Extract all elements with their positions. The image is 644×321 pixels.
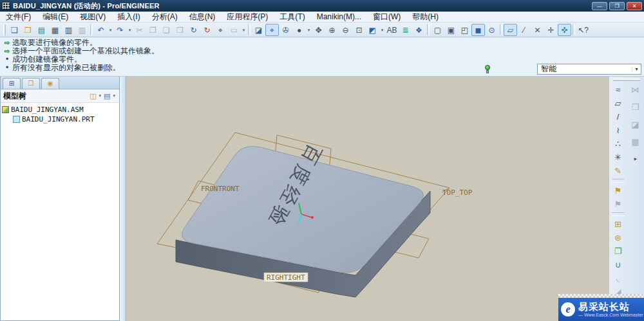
hidden-line-icon[interactable]: ▣	[444, 24, 458, 36]
refit-icon[interactable]: ⊡	[352, 24, 366, 36]
menu-item[interactable]: 插入(I)	[111, 11, 146, 23]
shading-icon[interactable]: ✇	[279, 24, 292, 36]
menu-item[interactable]: 分析(A)	[146, 11, 184, 23]
tab-folder-browser[interactable]: ❒	[22, 78, 40, 89]
round-icon[interactable]: ◟	[611, 271, 625, 285]
menu-item[interactable]: 工具(T)	[274, 11, 310, 23]
shaded-display-icon[interactable]: ◼	[471, 24, 485, 36]
traffic-light-icon[interactable]	[484, 65, 491, 75]
tab-model-tree[interactable]: ⊞	[3, 78, 21, 89]
view-manager-icon[interactable]: ❖	[412, 24, 426, 36]
regenerate-icon[interactable]: ↻	[187, 24, 200, 36]
copy-geometry-icon[interactable]: ❒	[629, 100, 643, 114]
separator[interactable]	[612, 179, 625, 183]
spin-center-display-icon[interactable]: ✜	[558, 24, 571, 36]
menu-item[interactable]: 窗口(W)	[367, 11, 406, 23]
sketch-icon[interactable]: ✎	[611, 164, 625, 178]
reorient-caret-icon[interactable]: ▾	[379, 24, 385, 36]
paste-icon[interactable]: ❑	[160, 24, 173, 36]
separator[interactable]	[427, 24, 430, 35]
separator[interactable]	[612, 212, 625, 216]
tree-show-dropdown[interactable]: ◫	[89, 92, 97, 100]
cut-icon[interactable]: ✂	[133, 24, 146, 36]
minimize-button[interactable]: —	[592, 2, 607, 10]
graphics-viewport[interactable]: 百度经验 FRONTRONT TOP_TOP RIGHTIGHT	[126, 77, 609, 321]
menu-item[interactable]: 应用程序(P)	[221, 11, 274, 23]
menu-item[interactable]: 视图(V)	[74, 11, 111, 23]
toolbar-grip[interactable]	[3, 24, 6, 35]
undo-icon[interactable]: ↶	[94, 24, 108, 36]
datum-curve-icon[interactable]: ≀	[611, 124, 625, 137]
restore-button[interactable]: ❐	[609, 2, 625, 10]
chevron-down-icon[interactable]: ▾	[632, 66, 641, 72]
saved-views-icon[interactable]: AB	[385, 24, 399, 36]
menu-item[interactable]: Manikin(M)...	[311, 12, 367, 22]
separator[interactable]	[248, 24, 251, 35]
undo-caret-icon[interactable]: ▾	[108, 24, 113, 36]
copy-icon[interactable]: ❐	[146, 24, 160, 36]
assemble-component-icon[interactable]: ⊞	[611, 217, 625, 231]
separator[interactable]	[573, 24, 575, 35]
save-icon[interactable]: ▤	[35, 24, 48, 36]
axis-display-icon[interactable]: ⁄	[517, 24, 531, 36]
toolbar-grip[interactable]	[613, 78, 640, 81]
datum-pin-icon[interactable]: ⊙	[485, 24, 498, 36]
select-caret-icon[interactable]: ▾	[241, 24, 247, 36]
tree-item[interactable]: BAIDU_JINGYAN.ASM	[2, 105, 118, 115]
shell-icon[interactable]: ∪	[611, 258, 625, 271]
csys-display-icon[interactable]: ✛	[544, 24, 558, 36]
select-box-icon[interactable]: ▭	[227, 24, 241, 36]
separator[interactable]	[500, 24, 502, 35]
datum-point-icon[interactable]: ∴	[611, 137, 625, 151]
zoom-in-icon[interactable]: ⊕	[325, 24, 339, 36]
wireframe-icon[interactable]: ▢	[431, 24, 444, 36]
curve-through-points-icon[interactable]: ≈	[611, 83, 625, 96]
send-model-icon[interactable]: ▥	[75, 24, 89, 36]
grid-icon[interactable]: ▦	[629, 135, 643, 149]
panel-sash[interactable]	[120, 77, 126, 321]
print-drawing-icon[interactable]: ▥	[62, 24, 75, 36]
plane-display-icon[interactable]: ▱	[504, 24, 517, 36]
spin-center-icon[interactable]: ⌖	[265, 24, 279, 36]
flyout-arrow-icon[interactable]: ‣	[629, 152, 643, 166]
repaint-icon[interactable]: ◪	[252, 24, 265, 36]
datum-label-right[interactable]: RIGHTIGHT	[267, 273, 305, 282]
print-icon[interactable]: ▦	[48, 24, 62, 36]
datum-csys-icon[interactable]: ✳	[611, 151, 625, 164]
datum-plane-icon[interactable]: ▱	[611, 96, 625, 110]
layers-icon[interactable]: ≣	[399, 24, 412, 36]
menu-item[interactable]: 文件(F)	[0, 11, 37, 23]
annotation-alt-icon[interactable]: ⚑	[611, 197, 625, 211]
redo-caret-icon[interactable]: ▾	[127, 24, 133, 36]
tree-settings-dropdown[interactable]: ▤	[103, 92, 111, 100]
reorient-icon[interactable]: ◩	[366, 24, 379, 36]
annotation-icon[interactable]: ⚑	[611, 184, 625, 197]
regenerate-manager-icon[interactable]: ↻	[200, 24, 214, 36]
menu-item[interactable]: 帮助(H)	[406, 11, 444, 23]
create-component-icon[interactable]: ⊛	[611, 231, 625, 244]
separator[interactable]	[90, 24, 93, 35]
selection-filter-dropdown[interactable]: 智能 ▾	[537, 64, 641, 75]
mirror-component-icon[interactable]: ⋈	[629, 83, 643, 96]
new-file-icon[interactable]: ❏	[8, 24, 21, 36]
render-style-icon[interactable]: ●	[292, 24, 306, 36]
zoom-out-icon[interactable]: ⊖	[339, 24, 352, 36]
pan-zoom-icon[interactable]: ✥	[312, 24, 325, 36]
close-button[interactable]: ✕	[627, 2, 642, 10]
tree-item[interactable]: BAIDU_JINGYAN.PRT	[2, 115, 118, 124]
context-help-icon[interactable]: ↖?	[576, 24, 590, 36]
no-hidden-icon[interactable]: ◰	[458, 24, 471, 36]
point-display-icon[interactable]: ✕	[531, 24, 544, 36]
render-style-caret-icon[interactable]: ▾	[306, 24, 312, 36]
cut-geometry-icon[interactable]: ◪	[629, 118, 643, 131]
datum-label-top[interactable]: TOP_TOP	[442, 188, 473, 197]
paste-special-icon[interactable]: ❒	[173, 24, 187, 36]
tab-favorites[interactable]: ◉	[41, 78, 59, 89]
open-file-icon[interactable]: ❒	[21, 24, 35, 36]
datum-axis-icon[interactable]: /	[611, 110, 625, 124]
menu-item[interactable]: 编辑(E)	[37, 11, 74, 23]
package-component-icon[interactable]: ❐	[611, 244, 625, 258]
datum-label-front[interactable]: FRONTRONT	[201, 185, 240, 193]
chevron-down-icon[interactable]: ▾	[98, 93, 103, 98]
chevron-down-icon[interactable]: ▾	[111, 93, 117, 98]
